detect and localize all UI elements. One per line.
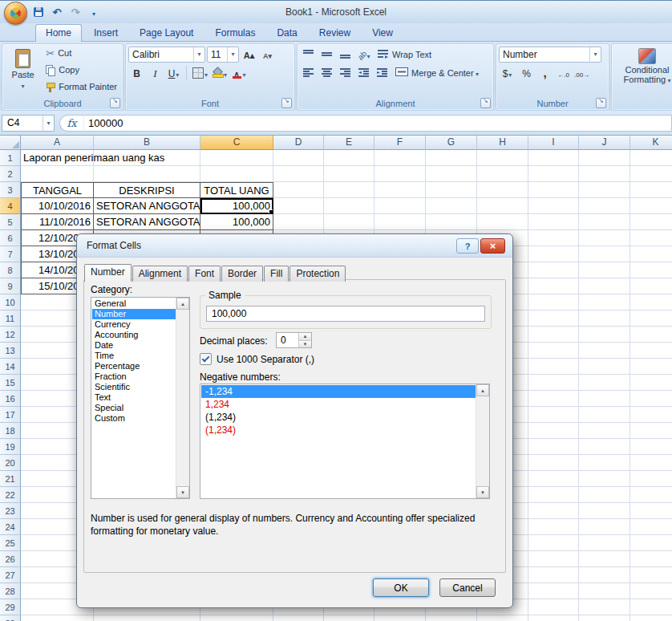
row-header-14[interactable]: 14 xyxy=(0,359,21,375)
cell-I23[interactable] xyxy=(528,503,579,519)
negative-option-3[interactable]: (1,234) xyxy=(201,411,476,424)
cell-E3[interactable] xyxy=(324,182,374,198)
cell-D3[interactable] xyxy=(273,182,324,198)
cell-A5[interactable]: 11/10/2016 xyxy=(21,214,94,230)
cell-E5[interactable] xyxy=(324,214,374,230)
cell-I19[interactable] xyxy=(528,439,579,455)
cell-K22[interactable] xyxy=(630,487,672,503)
cell-K27[interactable] xyxy=(630,567,672,583)
cell-I20[interactable] xyxy=(528,455,579,471)
cell-I5[interactable] xyxy=(528,214,579,230)
font-size-combo[interactable]: 11 xyxy=(207,47,239,63)
top-align-button[interactable] xyxy=(300,47,317,63)
cell-J27[interactable] xyxy=(579,567,630,583)
cell-I12[interactable] xyxy=(528,327,579,343)
category-custom[interactable]: Custom xyxy=(92,413,176,424)
row-header-26[interactable]: 26 xyxy=(0,551,21,567)
scroll-down-icon[interactable] xyxy=(176,486,189,498)
cell-I8[interactable] xyxy=(528,262,579,278)
cell-K21[interactable] xyxy=(630,471,672,487)
cell-H4[interactable] xyxy=(477,198,528,214)
cell-G4[interactable] xyxy=(426,198,477,214)
align-left-button[interactable] xyxy=(300,65,317,81)
cell-C5[interactable]: 100,000 xyxy=(200,214,273,230)
cell-G5[interactable] xyxy=(426,214,477,230)
cell-D5[interactable] xyxy=(273,214,324,230)
tab-insert[interactable]: Insert xyxy=(84,25,128,41)
number-format-combo[interactable]: Number xyxy=(499,47,601,63)
cell-K5[interactable] xyxy=(630,214,672,230)
cell-J17[interactable] xyxy=(579,407,630,423)
cell-E30[interactable] xyxy=(324,615,374,621)
font-dialog-launcher[interactable] xyxy=(281,98,292,108)
cell-J25[interactable] xyxy=(579,535,630,551)
cell-F2[interactable] xyxy=(374,166,426,182)
category-scrollbar[interactable] xyxy=(176,298,189,498)
column-header-E[interactable]: E xyxy=(324,136,374,150)
dialog-tab-number[interactable]: Number xyxy=(84,264,132,282)
cell-K10[interactable] xyxy=(630,294,672,310)
row-header-20[interactable]: 20 xyxy=(0,455,21,471)
cell-I13[interactable] xyxy=(528,343,579,359)
cell-I15[interactable] xyxy=(528,375,579,391)
row-header-23[interactable]: 23 xyxy=(0,503,21,519)
font-name-dropdown-icon[interactable] xyxy=(193,47,204,62)
cell-K26[interactable] xyxy=(630,551,672,567)
cell-K24[interactable] xyxy=(630,519,672,535)
row-header-18[interactable]: 18 xyxy=(0,423,21,439)
tab-review[interactable]: Review xyxy=(310,25,360,41)
negative-numbers-listbox[interactable]: -1,2341,234(1,234)(1,234) xyxy=(200,384,490,499)
cell-J1[interactable] xyxy=(579,150,630,166)
cell-J24[interactable] xyxy=(579,519,630,535)
formula-input[interactable]: 100000 xyxy=(83,115,672,132)
orientation-button[interactable] xyxy=(355,47,373,63)
cell-H1[interactable] xyxy=(477,150,528,166)
row-header-5[interactable]: 5 xyxy=(0,214,21,230)
cell-J5[interactable] xyxy=(579,214,630,230)
cell-J19[interactable] xyxy=(579,439,630,455)
dialog-tab-protection[interactable]: Protection xyxy=(289,266,346,282)
cell-K14[interactable] xyxy=(630,359,672,375)
scroll-down-icon[interactable] xyxy=(476,486,489,498)
fill-color-button[interactable] xyxy=(211,65,229,81)
cell-E2[interactable] xyxy=(324,166,374,182)
cell-J7[interactable] xyxy=(579,246,630,262)
office-button[interactable] xyxy=(4,2,27,25)
cell-F4[interactable] xyxy=(374,198,426,214)
font-color-button[interactable] xyxy=(230,65,248,81)
shrink-font-button[interactable] xyxy=(259,47,276,63)
cell-J6[interactable] xyxy=(579,230,630,246)
decimal-places-spinner[interactable]: 0 xyxy=(276,332,312,348)
row-header-16[interactable]: 16 xyxy=(0,391,21,407)
spinner-up-icon[interactable] xyxy=(299,333,311,341)
category-accounting[interactable]: Accounting xyxy=(92,330,176,340)
cell-K30[interactable] xyxy=(630,615,672,621)
cell-K3[interactable] xyxy=(630,182,672,198)
cell-I21[interactable] xyxy=(528,471,579,487)
cell-E1[interactable] xyxy=(324,150,374,166)
cell-J30[interactable] xyxy=(579,615,630,621)
cell-I22[interactable] xyxy=(528,487,579,503)
cell-K20[interactable] xyxy=(630,455,672,471)
row-header-10[interactable]: 10 xyxy=(0,294,21,310)
cell-D30[interactable] xyxy=(273,615,324,621)
cell-I11[interactable] xyxy=(528,310,579,327)
category-text[interactable]: Text xyxy=(92,392,176,403)
cell-K1[interactable] xyxy=(630,150,672,166)
tab-formulas[interactable]: Formulas xyxy=(205,25,265,41)
cell-G30[interactable] xyxy=(426,615,477,621)
negative-option-4[interactable]: (1,234) xyxy=(201,424,476,436)
cell-I14[interactable] xyxy=(528,359,579,375)
spinner-down-icon[interactable] xyxy=(299,341,311,348)
name-box[interactable]: C4 xyxy=(2,115,55,132)
cell-F3[interactable] xyxy=(374,182,426,198)
decrease-indent-button[interactable] xyxy=(355,65,372,81)
cell-K25[interactable] xyxy=(630,535,672,551)
cell-J12[interactable] xyxy=(579,327,630,343)
cell-K16[interactable] xyxy=(630,391,672,407)
cell-I4[interactable] xyxy=(528,198,579,214)
row-header-22[interactable]: 22 xyxy=(0,487,21,503)
use-1000-separator-checkbox[interactable]: Use 1000 Separator (,) xyxy=(200,353,314,365)
negative-option-1[interactable]: -1,234 xyxy=(201,385,476,398)
select-all-corner[interactable] xyxy=(0,136,21,150)
